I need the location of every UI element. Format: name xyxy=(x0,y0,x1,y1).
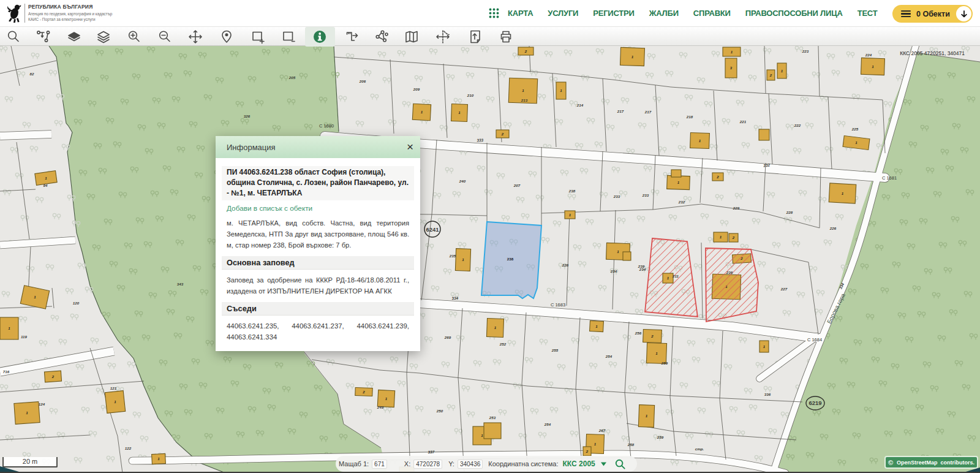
svg-text:254: 254 xyxy=(605,354,612,358)
svg-text:255: 255 xyxy=(551,348,559,352)
svg-text:2: 2 xyxy=(51,375,55,379)
svg-text:234: 234 xyxy=(639,267,646,271)
svg-text:249: 249 xyxy=(377,405,384,409)
svg-text:250: 250 xyxy=(436,409,443,413)
svg-text:206: 206 xyxy=(359,79,366,83)
svg-text:256: 256 xyxy=(635,331,642,335)
svg-text:С 1683: С 1683 xyxy=(551,302,565,308)
svg-text:124: 124 xyxy=(39,402,45,406)
svg-text:232: 232 xyxy=(763,163,770,168)
svg-text:254: 254 xyxy=(544,422,551,426)
svg-text:240: 240 xyxy=(459,179,466,183)
svg-text:6219: 6219 xyxy=(809,399,821,406)
svg-text:333: 333 xyxy=(477,138,483,143)
svg-text:253: 253 xyxy=(489,415,496,420)
svg-text:716: 716 xyxy=(3,369,10,374)
svg-text:223: 223 xyxy=(802,49,809,53)
svg-text:228: 228 xyxy=(786,210,793,214)
svg-text:205: 205 xyxy=(288,75,296,80)
svg-text:6241: 6241 xyxy=(426,226,439,233)
svg-text:236: 236 xyxy=(726,270,733,274)
svg-text:210: 210 xyxy=(467,93,474,97)
svg-text:2: 2 xyxy=(586,450,589,453)
svg-text:217: 217 xyxy=(644,110,652,114)
svg-text:С 1681: С 1681 xyxy=(882,175,897,181)
svg-text:227: 227 xyxy=(780,287,788,291)
svg-text:232: 232 xyxy=(678,200,685,204)
svg-text:122: 122 xyxy=(125,446,132,450)
svg-text:269: 269 xyxy=(444,335,451,339)
svg-text:стр.: стр. xyxy=(695,447,704,451)
svg-text:217: 217 xyxy=(617,109,624,113)
svg-text:326: 326 xyxy=(244,114,251,118)
svg-text:238: 238 xyxy=(507,257,514,261)
svg-text:2: 2 xyxy=(362,390,365,394)
svg-text:238: 238 xyxy=(568,189,576,193)
svg-text:226: 226 xyxy=(829,226,837,230)
svg-text:343: 343 xyxy=(177,282,184,286)
svg-text:213: 213 xyxy=(521,98,528,102)
svg-text:С 1684: С 1684 xyxy=(807,337,822,342)
svg-text:207: 207 xyxy=(513,183,521,187)
svg-text:235: 235 xyxy=(449,254,456,258)
svg-text:94: 94 xyxy=(43,183,48,187)
svg-text:218: 218 xyxy=(686,115,693,119)
svg-text:233: 233 xyxy=(642,193,649,197)
svg-text:233: 233 xyxy=(613,194,620,199)
svg-text:224: 224 xyxy=(865,53,872,57)
svg-text:2: 2 xyxy=(650,335,654,338)
svg-text:336: 336 xyxy=(764,392,771,396)
svg-text:222: 222 xyxy=(794,123,801,127)
svg-text:252: 252 xyxy=(499,342,507,346)
svg-text:120: 120 xyxy=(73,301,80,305)
svg-text:259: 259 xyxy=(661,361,668,365)
svg-text:229: 229 xyxy=(733,206,740,210)
svg-text:2: 2 xyxy=(732,236,735,240)
svg-text:234: 234 xyxy=(610,269,617,273)
svg-text:2: 2 xyxy=(524,50,527,53)
svg-text:209: 209 xyxy=(413,87,420,91)
svg-text:259: 259 xyxy=(657,435,664,439)
svg-text:119: 119 xyxy=(21,335,27,339)
svg-text:334: 334 xyxy=(452,296,459,301)
svg-text:211: 211 xyxy=(672,274,679,278)
svg-text:214: 214 xyxy=(576,103,584,107)
svg-text:221: 221 xyxy=(739,119,747,124)
svg-text:267: 267 xyxy=(598,428,606,433)
svg-text:337: 337 xyxy=(428,450,435,454)
svg-text:2: 2 xyxy=(769,74,772,77)
svg-text:82: 82 xyxy=(30,72,34,76)
svg-text:226: 226 xyxy=(562,263,569,267)
svg-text:2: 2 xyxy=(716,175,719,179)
svg-text:С 1680: С 1680 xyxy=(319,123,334,129)
svg-text:121: 121 xyxy=(110,386,117,390)
svg-text:225: 225 xyxy=(851,127,859,131)
svg-text:258: 258 xyxy=(627,442,635,447)
svg-text:2: 2 xyxy=(501,132,504,136)
svg-text:ККС 2005 4720251, 340471: ККС 2005 4720251, 340471 xyxy=(900,50,965,56)
